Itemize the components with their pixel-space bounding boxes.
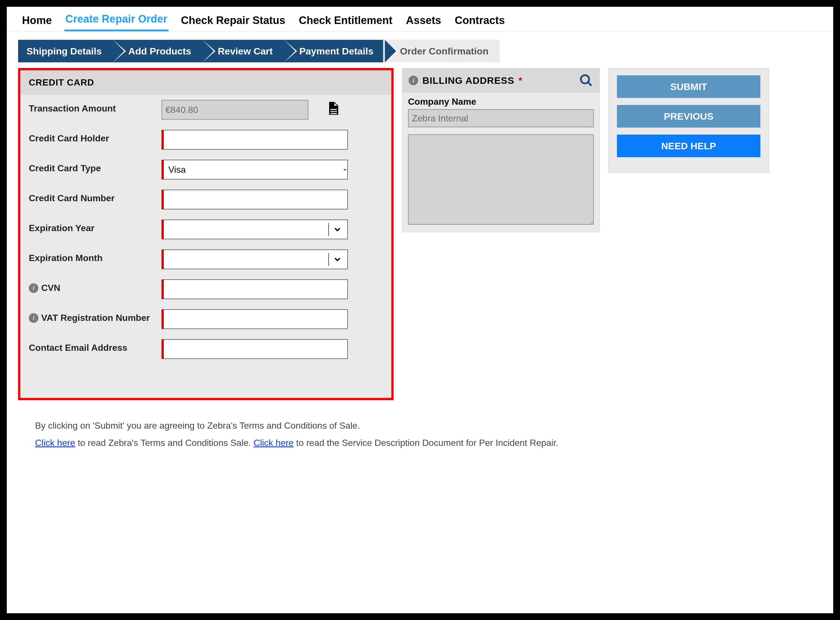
label-expiration-year: Expiration Year <box>29 220 156 233</box>
row-credit-card-type: Credit Card Type Visa <box>20 155 391 185</box>
label-credit-card-holder: Credit Card Holder <box>29 130 156 144</box>
terms-link[interactable]: Click here <box>35 438 75 448</box>
billing-header: i BILLING ADDRESS * <box>403 68 599 93</box>
step-shipping-details[interactable]: Shipping Details <box>18 40 113 62</box>
chevron-down-icon <box>333 225 342 234</box>
label-vat-text: VAT Registration Number <box>41 313 150 323</box>
legal-text-1: to read Zebra's Terms and Conditions Sal… <box>75 438 253 448</box>
info-icon[interactable]: i <box>29 283 38 293</box>
billing-body: Company Name <box>403 93 599 232</box>
row-expiration-year: Expiration Year <box>20 214 391 244</box>
label-contact-email: Contact Email Address <box>29 339 156 353</box>
previous-button[interactable]: PREVIOUS <box>617 105 760 128</box>
document-icon[interactable] <box>314 100 341 117</box>
label-vat: i VAT Registration Number <box>29 309 156 323</box>
legal-line-1: By clicking on 'Submit' you are agreeing… <box>35 417 811 434</box>
label-transaction-amount: Transaction Amount <box>29 100 156 114</box>
tab-contracts[interactable]: Contracts <box>454 11 506 31</box>
svg-line-1 <box>588 82 591 86</box>
cvn-input[interactable] <box>161 279 348 299</box>
top-nav: Home Create Repair Order Check Repair St… <box>7 7 833 31</box>
expiration-month-select[interactable] <box>161 250 348 269</box>
tab-create-repair-order[interactable]: Create Repair Order <box>64 10 169 31</box>
label-cvn-text: CVN <box>41 283 60 293</box>
row-cvn: i CVN <box>20 274 391 304</box>
search-icon[interactable] <box>579 74 593 87</box>
credit-card-header: CREDIT CARD <box>20 70 391 95</box>
step-payment-details[interactable]: Payment Details <box>282 40 385 62</box>
label-company-name: Company Name <box>408 96 594 107</box>
row-vat: i VAT Registration Number <box>20 304 391 334</box>
credit-card-type-select[interactable]: Visa <box>161 160 348 179</box>
billing-address-panel: i BILLING ADDRESS * Company Name <box>402 68 600 232</box>
vat-input[interactable] <box>161 309 348 329</box>
billing-header-title: BILLING ADDRESS <box>422 75 514 86</box>
transaction-amount-value: €840.80 <box>161 100 308 120</box>
contact-email-input[interactable] <box>161 339 348 359</box>
service-description-link[interactable]: Click here <box>253 438 294 448</box>
legal-line-2: Click here to read Zebra's Terms and Con… <box>35 434 811 451</box>
company-name-input <box>408 109 594 127</box>
chevron-down-icon <box>333 254 342 264</box>
need-help-button[interactable]: NEED HELP <box>617 135 760 157</box>
tab-check-repair-status[interactable]: Check Repair Status <box>180 11 287 31</box>
step-bar: Shipping Details Add Products Review Car… <box>18 40 828 62</box>
legal-text-2: to read the Service Description Document… <box>294 438 558 448</box>
main-content: CREDIT CARD Transaction Amount €840.80 C… <box>7 68 833 400</box>
row-credit-card-holder: Credit Card Holder <box>20 125 391 155</box>
credit-card-holder-input[interactable] <box>161 130 348 150</box>
row-credit-card-number: Credit Card Number <box>20 185 391 214</box>
label-credit-card-type: Credit Card Type <box>29 160 156 173</box>
credit-card-number-input[interactable] <box>161 190 348 209</box>
info-icon[interactable]: i <box>409 76 418 85</box>
label-cvn: i CVN <box>29 279 156 293</box>
tab-home[interactable]: Home <box>21 11 53 31</box>
expiration-year-select[interactable] <box>161 220 348 239</box>
tab-check-entitlement[interactable]: Check Entitlement <box>298 11 394 31</box>
submit-button[interactable]: SUBMIT <box>617 75 760 98</box>
tab-assets[interactable]: Assets <box>405 11 442 31</box>
select-divider <box>328 253 329 266</box>
svg-point-0 <box>581 75 589 83</box>
action-buttons-panel: SUBMIT PREVIOUS NEED HELP <box>608 68 769 173</box>
required-asterisk: * <box>519 75 522 86</box>
info-icon[interactable]: i <box>29 313 38 323</box>
credit-card-panel: CREDIT CARD Transaction Amount €840.80 C… <box>18 68 394 400</box>
step-order-confirmation: Order Confirmation <box>383 40 500 62</box>
row-transaction-amount: Transaction Amount €840.80 <box>20 95 391 125</box>
page: Home Create Repair Order Check Repair St… <box>6 6 834 614</box>
select-divider <box>328 223 329 236</box>
row-expiration-month: Expiration Month <box>20 244 391 274</box>
label-expiration-month: Expiration Month <box>29 250 156 263</box>
label-credit-card-number: Credit Card Number <box>29 190 156 203</box>
legal-footer: By clicking on 'Submit' you are agreeing… <box>7 400 833 463</box>
row-contact-email: Contact Email Address <box>20 334 391 364</box>
billing-address-textarea <box>408 134 594 225</box>
